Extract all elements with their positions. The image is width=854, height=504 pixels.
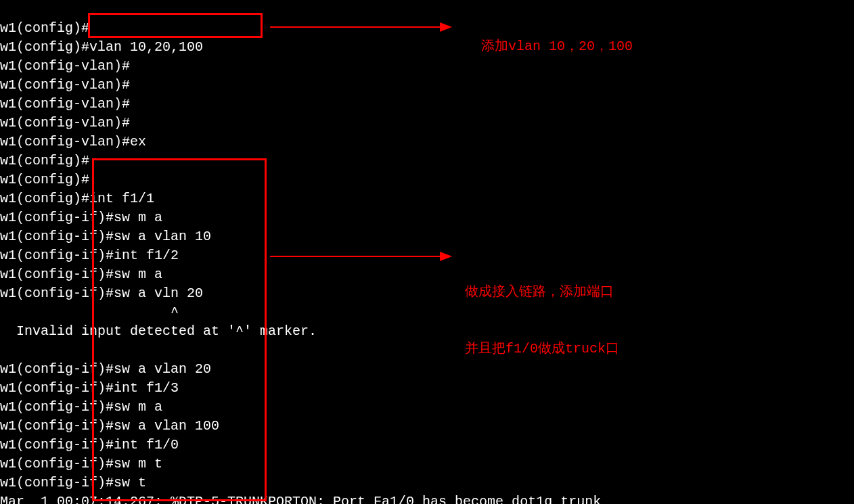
terminal-line: w1(config)# bbox=[0, 20, 89, 36]
terminal-line: w1(config-if)#sw m a bbox=[0, 267, 162, 282]
terminal-line: w1(config-if)#sw m a bbox=[0, 399, 162, 415]
terminal-line: w1(config-if)#sw a vlan 20 bbox=[0, 361, 211, 377]
terminal-line: w1(config-if)#sw m t bbox=[0, 456, 162, 472]
annotation-text: 添加vlan 10，20，100 bbox=[465, 18, 633, 56]
terminal-line: w1(config-if)#sw a vlan 100 bbox=[0, 418, 219, 434]
terminal-line: w1(config-if)#int f1/2 bbox=[0, 248, 179, 263]
terminal-line: w1(config)#int f1/1 bbox=[0, 191, 154, 206]
terminal-line: w1(config-if)#int f1/3 bbox=[0, 380, 179, 396]
terminal-line: w1(config-if)#sw a vln 20 bbox=[0, 285, 203, 301]
terminal-line: w1(config)# bbox=[0, 153, 89, 168]
terminal-line: w1(config-vlan)# bbox=[0, 58, 130, 74]
annotation-line: 做成接入链路，添加端口 bbox=[465, 283, 619, 302]
terminal-line: w1(config-vlan)# bbox=[0, 77, 130, 93]
terminal-line: w1(config-vlan)# bbox=[0, 96, 130, 112]
terminal-line: w1(config-if)#sw a vlan 10 bbox=[0, 229, 211, 244]
terminal-line: ^ bbox=[0, 304, 179, 320]
annotation-line: 添加vlan 10，20，100 bbox=[481, 39, 633, 54]
annotation-line: 并且把f1/0做成truck口 bbox=[465, 340, 619, 359]
terminal-line: w1(config-if)#sw t bbox=[0, 475, 146, 490]
terminal-line: w1(config)#vlan 10,20,100 bbox=[0, 39, 203, 55]
terminal-line: w1(config-if)#int f1/0 bbox=[0, 437, 179, 453]
terminal-line: Invalid input detected at '^' marker. bbox=[0, 323, 317, 339]
terminal-line: w1(config-vlan)#ex bbox=[0, 134, 146, 150]
terminal-line: w1(config)# bbox=[0, 172, 89, 187]
terminal-line: Mar 1 00:07:14.267: %DTP-5-TRUNKPORTON: … bbox=[0, 494, 601, 504]
annotation-text: 做成接入链路，添加端口 并且把f1/0做成truck口 bbox=[465, 245, 619, 377]
terminal-line: w1(config-if)#sw m a bbox=[0, 210, 162, 225]
terminal-line: w1(config-vlan)# bbox=[0, 115, 130, 131]
